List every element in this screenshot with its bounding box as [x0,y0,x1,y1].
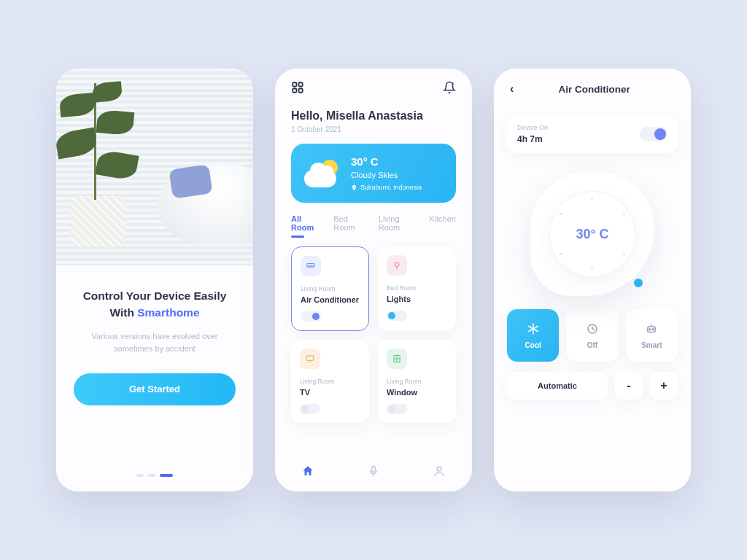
home-screen: Hello, Misella Anastasia 1 October 2021 … [275,69,472,491]
svg-point-26 [649,328,651,330]
room-tabs: All Room Bed Room Living Room Kitchen [275,203,472,238]
notifications-icon[interactable] [443,81,456,97]
svg-rect-0 [293,82,296,86]
power-toggle[interactable] [640,127,667,141]
window-icon [387,349,407,369]
nav-profile-icon[interactable] [433,464,446,481]
tv-icon [300,349,320,369]
svg-rect-1 [299,82,303,86]
tab-kitchen[interactable]: Kitchen [429,214,456,238]
temperature-dial[interactable]: 30° C [530,172,654,296]
device-detail-screen: ‹ Air Conditioner Device On 4h 7m 30° C … [494,69,691,491]
bottom-nav [275,454,472,491]
device-toggle[interactable] [387,404,407,414]
bulb-icon [387,255,407,276]
weather-condition: Cloudy Skies [351,171,422,179]
svg-point-8 [395,262,399,267]
page-indicator [74,474,236,477]
hero-image [56,69,253,265]
tab-bed-room[interactable]: Bed Room [333,214,367,238]
weather-temp: 30° C [351,155,422,168]
date-text: 1 October 2021 [291,125,456,133]
nav-home-icon[interactable] [301,464,314,481]
tab-living-room[interactable]: Living Room [379,214,418,238]
dial-temperature: 30° C [576,227,608,242]
tab-all-room[interactable]: All Room [291,214,322,238]
device-toggle[interactable] [387,311,407,321]
mode-smart-button[interactable]: Smart [626,309,678,362]
page-title: Air Conditioner [514,84,675,95]
greeting-text: Hello, Misella Anastasia [291,109,456,122]
onboarding-title: Control Your Device Easily With Smarthom… [74,287,236,322]
svg-rect-2 [293,89,296,93]
onboarding-subtitle: Various versions have evolved over somet… [74,330,236,356]
get-started-button[interactable]: Get Started [74,373,236,405]
onboarding-screen: Control Your Device Easily With Smarthom… [56,69,253,491]
svg-line-24 [592,329,595,330]
device-status-card: Device On 4h 7m [507,115,678,153]
device-room: Living Room [301,285,360,292]
menu-grid-icon[interactable] [291,81,304,97]
uptime-value: 4h 7m [517,134,548,144]
device-card-lights[interactable]: Bed Room Lights [378,246,456,331]
increase-button[interactable]: + [650,372,678,400]
svg-rect-16 [372,466,376,472]
svg-point-18 [437,467,441,471]
mode-off-button[interactable]: Off [566,309,618,362]
svg-rect-3 [299,89,303,93]
device-toggle[interactable] [300,404,320,414]
weather-card[interactable]: 30° C Cloudy Skies Sukabumi, Indonesia [291,144,456,203]
device-toggle[interactable] [301,311,321,322]
device-name: Window [387,388,447,397]
weather-location: Sukabumi, Indonesia [351,184,422,191]
mode-cool-button[interactable]: Cool [507,309,559,362]
device-room: Living Room [387,378,447,385]
device-card-window[interactable]: Living Room Window [378,340,456,423]
device-room: Living Room [300,378,360,385]
svg-point-4 [452,82,454,85]
device-name: TV [300,388,360,397]
device-room: Bed Room [387,284,447,292]
svg-point-27 [653,328,654,330]
nav-voice-icon[interactable] [367,464,380,481]
fan-mode-button[interactable]: Automatic [507,372,608,400]
svg-rect-6 [307,264,315,268]
ac-icon [301,256,321,276]
weather-icon [304,155,341,187]
device-name: Air Conditioner [301,295,360,304]
svg-rect-11 [306,356,313,360]
device-name: Lights [387,295,447,303]
decrease-button[interactable]: - [615,372,643,400]
device-card-ac[interactable]: Living Room Air Conditioner [291,246,369,331]
dial-handle[interactable] [634,279,643,287]
svg-point-5 [354,186,355,187]
device-card-tv[interactable]: Living Room TV [291,340,369,423]
status-label: Device On [517,124,548,131]
